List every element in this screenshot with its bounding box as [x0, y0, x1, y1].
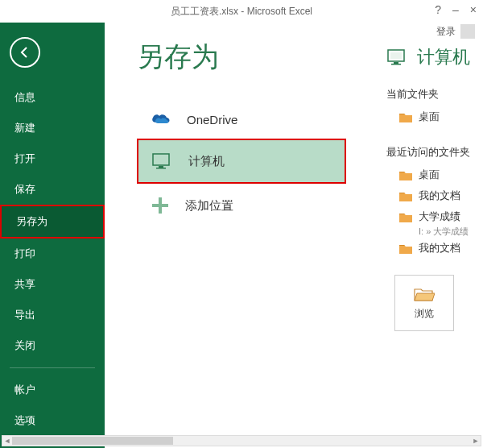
sidebar-item-save[interactable]: 保存: [0, 174, 105, 205]
folder-label: 桌面: [419, 168, 440, 182]
window-controls: ? – ×: [435, 3, 477, 16]
back-button[interactable]: [10, 37, 40, 68]
location-add[interactable]: 添加位置: [137, 184, 346, 227]
svg-rect-8: [394, 62, 398, 64]
title-bar: 员工工资表.xlsx - Microsoft Excel ? – ×: [0, 0, 483, 23]
svg-rect-5: [152, 204, 168, 207]
help-icon[interactable]: ?: [435, 3, 441, 16]
svg-rect-7: [390, 52, 402, 59]
location-label: 添加位置: [185, 198, 233, 214]
sidebar-item-options[interactable]: 选项: [0, 405, 105, 436]
page-title: 另存为: [137, 39, 378, 76]
minimize-button[interactable]: –: [452, 3, 459, 16]
folder-icon: [399, 170, 412, 180]
location-label: 计算机: [188, 154, 225, 169]
sidebar-item-close[interactable]: 关闭: [0, 330, 105, 361]
folder-icon: [399, 112, 412, 122]
folder-item[interactable]: 大学成绩: [386, 206, 483, 227]
folder-label: 桌面: [419, 110, 440, 124]
computer-icon: [151, 151, 174, 171]
location-onedrive[interactable]: OneDrive: [137, 100, 346, 139]
plus-icon: [150, 195, 171, 216]
folder-item[interactable]: 桌面: [386, 164, 483, 185]
computer-icon: [386, 48, 409, 67]
folder-label: 我的文档: [419, 189, 460, 203]
folder-icon: [399, 191, 412, 201]
recent-folder-label: 最近访问的文件夹: [386, 145, 483, 160]
backstage-sidebar: 信息 新建 打开 保存 另存为 打印 共享 导出 关闭 帐户 选项: [0, 23, 105, 448]
folder-label: 大学成绩: [419, 209, 460, 224]
sidebar-item-info[interactable]: 信息: [0, 82, 105, 113]
scroll-right-arrow[interactable]: ►: [471, 436, 481, 446]
right-panel-title: 计算机: [417, 45, 470, 69]
avatar[interactable]: [460, 24, 475, 39]
login-link[interactable]: 登录: [436, 25, 456, 39]
folder-icon: [399, 243, 412, 254]
browse-button[interactable]: 浏览: [394, 275, 454, 331]
scroll-left-arrow[interactable]: ◄: [2, 436, 12, 446]
svg-rect-9: [391, 64, 401, 65]
svg-rect-2: [159, 166, 163, 168]
sidebar-item-print[interactable]: 打印: [0, 239, 105, 269]
account-row: 登录: [436, 24, 475, 39]
folder-label: 我的文档: [419, 241, 460, 255]
folder-item[interactable]: 我的文档: [386, 185, 483, 206]
folder-item[interactable]: 我的文档: [386, 238, 483, 259]
location-computer[interactable]: 计算机: [137, 139, 346, 184]
svg-rect-3: [156, 168, 166, 169]
current-folder-label: 当前文件夹: [386, 87, 483, 102]
arrow-left-icon: [18, 45, 32, 60]
sidebar-item-export[interactable]: 导出: [0, 300, 105, 330]
right-panel: 计算机 当前文件夹 桌面 最近访问的文件夹 桌面 我的文档: [378, 39, 483, 448]
sidebar-item-share[interactable]: 共享: [0, 269, 105, 300]
folder-open-icon: [414, 286, 435, 302]
sidebar-item-account[interactable]: 帐户: [0, 375, 105, 405]
onedrive-icon: [150, 111, 172, 127]
folder-item[interactable]: 桌面: [386, 106, 483, 127]
location-label: OneDrive: [187, 113, 237, 127]
window-title: 员工工资表.xlsx - Microsoft Excel: [171, 5, 312, 19]
folder-path: I: » 大学成绩: [386, 226, 483, 238]
backstage-main: 另存为 OneDrive 计算机: [105, 23, 483, 448]
horizontal-scrollbar[interactable]: ◄ ►: [2, 435, 481, 446]
sidebar-item-new[interactable]: 新建: [0, 113, 105, 143]
browse-label: 浏览: [415, 307, 434, 321]
close-button[interactable]: ×: [470, 3, 477, 16]
folder-icon: [399, 212, 412, 222]
sidebar-item-open[interactable]: 打开: [0, 143, 105, 174]
sidebar-separator: [10, 367, 95, 368]
sidebar-item-saveas[interactable]: 另存为: [0, 205, 105, 239]
svg-rect-1: [155, 156, 167, 163]
scroll-thumb[interactable]: [12, 437, 173, 445]
